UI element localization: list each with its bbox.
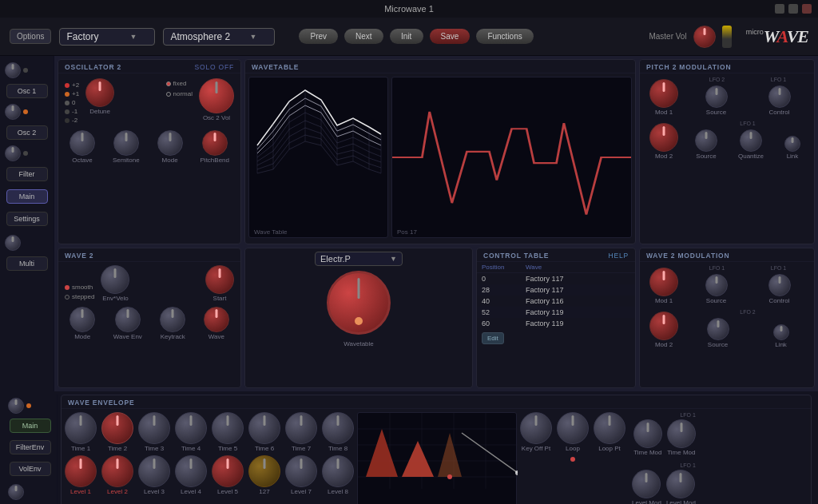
level4-knob[interactable]	[175, 455, 207, 487]
multi-knob[interactable]	[5, 235, 21, 251]
preset-bank-dropdown[interactable]: Factory ▼	[59, 28, 155, 46]
smooth-radio[interactable]: smooth	[65, 284, 94, 291]
wavetable-big-knob[interactable]	[327, 271, 391, 335]
sidebar-item-main[interactable]: Main	[6, 189, 48, 204]
level-mod1-knob[interactable]	[632, 470, 661, 498]
osc2-vol-label: Osc 2 Vol	[203, 114, 230, 121]
level6-knob[interactable]	[248, 455, 280, 487]
filter-dot	[23, 151, 28, 156]
detune-knob[interactable]	[85, 78, 114, 107]
stepped-radio[interactable]: stepped	[65, 293, 94, 300]
filter-knob[interactable]	[5, 145, 21, 161]
time7-knob[interactable]	[285, 412, 317, 444]
fixed-radio[interactable]: fixed	[166, 80, 193, 87]
preset-name-dropdown[interactable]: Atmosphere 2 ▼	[163, 28, 275, 46]
panels-top: OSCILLATOR 2 Solo Off +2	[54, 56, 818, 248]
level8-knob[interactable]	[322, 455, 354, 487]
ct-edit-button[interactable]: Edit	[482, 332, 504, 344]
ct-help-button[interactable]: Help	[609, 252, 629, 260]
osc1-knob[interactable]	[5, 62, 21, 78]
pitch2-control1-knob[interactable]	[768, 85, 791, 108]
osc2-vol-knob[interactable]	[199, 78, 234, 113]
sidebar-item-osc1[interactable]: Osc 1	[6, 84, 48, 98]
wave-env-nav-knob[interactable]	[8, 398, 24, 414]
preset-name-value: Atmosphere 2	[170, 31, 230, 42]
level7-knob[interactable]	[285, 455, 317, 487]
level3-knob[interactable]	[138, 455, 170, 487]
level1-knob[interactable]	[65, 455, 97, 487]
wave2-env-knob[interactable]	[115, 307, 141, 332]
sidebar-volenv-button[interactable]: VolEnv	[10, 462, 51, 476]
wave2-start-knob[interactable]	[205, 265, 234, 294]
pitch2-quantize-knob[interactable]	[740, 129, 762, 152]
wave2-env-col: Wave Env	[113, 307, 142, 340]
time3-knob[interactable]	[138, 412, 170, 444]
wave2-mode-knob[interactable]	[69, 307, 95, 332]
pitch2-mod1-knob[interactable]	[649, 79, 678, 108]
level5-knob[interactable]	[212, 455, 244, 487]
wave2-keytrack-knob[interactable]	[160, 307, 185, 332]
sidebar-item-settings[interactable]: Settings	[6, 212, 48, 226]
time8-knob[interactable]	[322, 412, 354, 444]
functions-button[interactable]: Functions	[476, 29, 533, 44]
env-velo-knob[interactable]	[101, 265, 129, 294]
normal-radio[interactable]: normal	[166, 90, 193, 97]
time5-knob[interactable]	[212, 412, 244, 444]
w2m-mod1-knob[interactable]	[649, 268, 678, 296]
level-mod2-knob[interactable]	[666, 470, 695, 498]
sidebar-item-osc2[interactable]: Osc 2	[6, 125, 48, 140]
loop-knob[interactable]	[557, 412, 589, 444]
next-button[interactable]: Next	[344, 29, 383, 44]
master-vol-knob[interactable]	[693, 26, 716, 48]
master-vol-slider[interactable]	[722, 26, 732, 48]
time-mod1-knob[interactable]	[633, 419, 662, 448]
options-button[interactable]: Options	[10, 29, 51, 44]
w2m-lfo2: LFO 2	[740, 309, 755, 315]
sidebar-item-multi[interactable]: Multi	[6, 256, 48, 271]
time4-knob[interactable]	[175, 412, 207, 444]
w2m-control1-knob[interactable]	[768, 274, 791, 296]
time1-knob[interactable]	[65, 412, 97, 444]
level2-knob[interactable]	[101, 455, 133, 487]
w2m-source1-knob[interactable]	[705, 274, 728, 296]
level1-col: Level 1	[65, 455, 97, 495]
sidebar-filterenv-button[interactable]: FilterEnv	[10, 440, 51, 454]
mode-knob[interactable]	[157, 130, 183, 156]
sidebar-waveenv-button[interactable]: Main	[10, 419, 51, 433]
time2-knob[interactable]	[101, 412, 133, 444]
semitone-knob[interactable]	[113, 130, 139, 156]
lfo-nav-knob[interactable]	[8, 484, 24, 500]
pitch2-mod2-knob[interactable]	[649, 123, 678, 152]
w2m-lfo1-label2: LFO 1	[771, 265, 786, 271]
wave2-mod-title: WAVE 2 MODULATION	[640, 248, 814, 262]
pitch2-link-knob[interactable]	[784, 136, 800, 152]
loop-pt-knob[interactable]	[594, 412, 625, 444]
time-mod2-knob[interactable]	[667, 419, 696, 448]
w2m-mod2-knob[interactable]	[649, 312, 678, 340]
pitch2-lfo-labels: LFO 2 LFO 1	[686, 77, 809, 82]
pitch-p1: +1	[65, 90, 79, 97]
window-controls[interactable]	[775, 4, 812, 14]
wave2-wave-knob[interactable]	[204, 307, 229, 332]
pitchbend-knob[interactable]	[202, 130, 228, 156]
sidebar-item-filter[interactable]: Filter	[6, 167, 48, 181]
ct-wave-header: Wave	[526, 264, 542, 271]
octave-knob[interactable]	[69, 130, 95, 156]
w2m-source2-knob[interactable]	[707, 318, 729, 340]
pitch2-source2-knob[interactable]	[695, 129, 717, 152]
smooth-dot	[65, 285, 69, 290]
osc2-knob[interactable]	[5, 104, 21, 120]
maximize-button[interactable]	[788, 4, 798, 14]
init-button[interactable]: Init	[390, 29, 423, 44]
pitch-n1: -1	[65, 108, 79, 115]
wt-type-dropdown[interactable]: Electr.P ▼	[315, 252, 403, 266]
close-button[interactable]	[802, 4, 812, 14]
w2m-lfo1-labels: LFO 1 LFO 1	[686, 265, 809, 271]
save-button[interactable]: Save	[430, 29, 471, 44]
pitch2-source1-knob[interactable]	[705, 85, 728, 108]
prev-button[interactable]: Prev	[299, 29, 338, 44]
key-off-knob[interactable]	[520, 412, 552, 444]
time6-knob[interactable]	[248, 412, 280, 444]
minimize-button[interactable]	[775, 4, 784, 14]
w2m-link-knob[interactable]	[773, 324, 789, 340]
